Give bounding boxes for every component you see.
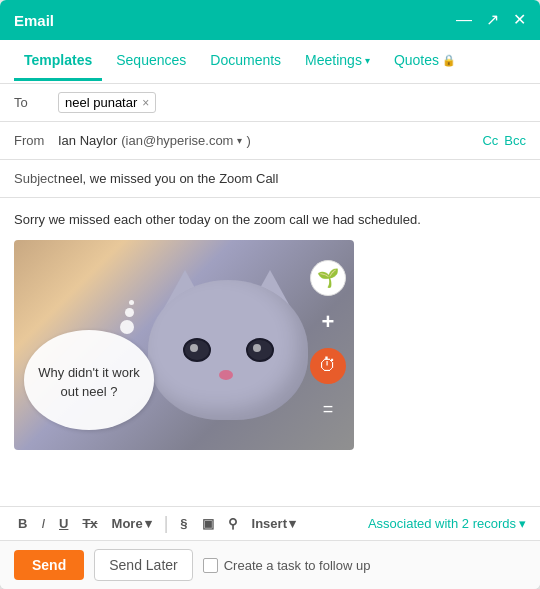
bubble-circle-2 — [125, 308, 134, 317]
insert-button[interactable]: Insert ▾ — [248, 513, 300, 534]
side-icons: 🌱 + ⏱ = — [310, 260, 346, 428]
recipient-tag[interactable]: neel punatar × — [58, 92, 156, 113]
associated-records-label: Associated with 2 records — [368, 516, 516, 531]
remove-recipient-icon[interactable]: × — [142, 96, 149, 110]
title-bar: Email — ↗ ✕ — [0, 0, 540, 40]
associated-chevron-icon: ▾ — [519, 516, 526, 531]
subject-row: Subject neel, we missed you on the Zoom … — [0, 160, 540, 198]
cc-bcc-area: Cc Bcc — [482, 133, 526, 148]
cat-nose — [219, 370, 233, 380]
plus-icon[interactable]: + — [310, 304, 346, 340]
from-email: (ian@hyperise.com — [121, 133, 233, 148]
send-button[interactable]: Send — [14, 550, 84, 580]
email-window: Email — ↗ ✕ Templates Sequences Document… — [0, 0, 540, 589]
bubble-circle-3 — [129, 300, 134, 305]
email-body[interactable]: Sorry we missed each other today on the … — [0, 198, 540, 506]
nav-tabs: Templates Sequences Documents Meetings ▾… — [0, 40, 540, 84]
tab-templates[interactable]: Templates — [14, 42, 102, 81]
send-later-button[interactable]: Send Later — [94, 549, 193, 581]
cat-eye-right — [246, 338, 274, 362]
speech-bubble: Why didn't it work out neel ? — [24, 330, 154, 430]
tab-sequences[interactable]: Sequences — [106, 42, 196, 81]
cat-background: Why didn't it work out neel ? 🌱 + ⏱ = — [14, 240, 354, 450]
recipient-name: neel punatar — [65, 95, 137, 110]
tab-quotes-label: Quotes — [394, 52, 439, 68]
toolbar-separator-1: | — [164, 513, 169, 534]
more-chevron-icon: ▾ — [145, 516, 152, 531]
attachment-icon[interactable]: ⚲ — [224, 513, 242, 534]
insert-label: Insert — [252, 516, 287, 531]
to-label: To — [14, 95, 58, 110]
close-button[interactable]: ✕ — [513, 12, 526, 28]
title-bar-controls: — ↗ ✕ — [456, 12, 526, 28]
window-title: Email — [14, 12, 54, 29]
cat-face — [148, 270, 328, 440]
email-form: To neel punatar × From Ian Naylor (ian@h… — [0, 84, 540, 589]
subject-field-content: neel, we missed you on the Zoom Call — [58, 171, 526, 186]
from-row: From Ian Naylor (ian@hyperise.com ▾ ) Cc… — [0, 122, 540, 160]
timer-icon[interactable]: ⏱ — [310, 348, 346, 384]
from-name: Ian Naylor — [58, 133, 117, 148]
italic-button[interactable]: I — [37, 513, 49, 534]
cat-eye-shine-right — [253, 344, 261, 352]
task-checkbox[interactable] — [203, 558, 218, 573]
strikethrough-button[interactable]: Tx — [78, 513, 101, 534]
bcc-button[interactable]: Bcc — [504, 133, 526, 148]
equals-icon[interactable]: = — [310, 392, 346, 428]
from-info: Ian Naylor (ian@hyperise.com ▾ ) — [58, 133, 482, 148]
associated-records-link[interactable]: Associated with 2 records ▾ — [368, 516, 526, 531]
task-label: Create a task to follow up — [224, 558, 371, 573]
from-label: From — [14, 133, 58, 148]
cat-eye-left — [183, 338, 211, 362]
bubble-circle-1 — [120, 320, 134, 334]
to-field-content: neel punatar × — [58, 92, 526, 113]
format-icon-1[interactable]: § — [176, 513, 191, 534]
quotes-lock-icon: 🔒 — [442, 54, 456, 67]
expand-button[interactable]: ↗ — [486, 12, 499, 28]
cat-eye-shine-left — [190, 344, 198, 352]
more-label: More — [112, 516, 143, 531]
tab-documents[interactable]: Documents — [200, 42, 291, 81]
footer: Send Send Later Create a task to follow … — [0, 540, 540, 589]
cc-button[interactable]: Cc — [482, 133, 498, 148]
from-dropdown-icon[interactable]: ▾ — [237, 135, 242, 146]
underline-button[interactable]: U — [55, 513, 72, 534]
subject-value[interactable]: neel, we missed you on the Zoom Call — [58, 171, 278, 186]
tab-meetings[interactable]: Meetings ▾ — [295, 42, 380, 81]
meetings-chevron-icon: ▾ — [365, 55, 370, 66]
body-text: Sorry we missed each other today on the … — [14, 210, 526, 230]
toolbar: B I U Tx More ▾ | § ▣ ⚲ Insert ▾ Associa… — [0, 506, 540, 540]
email-image: Why didn't it work out neel ? 🌱 + ⏱ = — [14, 240, 354, 450]
speech-bubble-text: Why didn't it work out neel ? — [38, 364, 140, 400]
to-row: To neel punatar × — [0, 84, 540, 122]
tab-quotes[interactable]: Quotes 🔒 — [384, 42, 466, 81]
tab-meetings-label: Meetings — [305, 52, 362, 68]
minimize-button[interactable]: — — [456, 12, 472, 28]
task-checkbox-area: Create a task to follow up — [203, 558, 371, 573]
more-button[interactable]: More ▾ — [108, 513, 156, 534]
image-icon[interactable]: ▣ — [198, 513, 218, 534]
bold-button[interactable]: B — [14, 513, 31, 534]
subject-label: Subject — [14, 171, 58, 186]
insert-chevron-icon: ▾ — [289, 516, 296, 531]
plant-icon[interactable]: 🌱 — [310, 260, 346, 296]
cat-head — [148, 280, 308, 420]
bubble-tail — [120, 300, 134, 334]
